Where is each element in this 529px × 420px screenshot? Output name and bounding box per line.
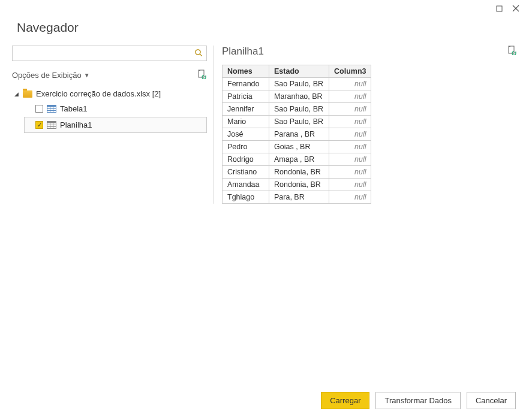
cell: Parana , BR	[269, 128, 329, 141]
cell: Maranhao, BR	[269, 90, 329, 103]
svg-rect-0	[497, 6, 502, 11]
cell: null	[329, 128, 371, 141]
cell: null	[329, 191, 371, 204]
cell: Sao Paulo, BR	[269, 116, 329, 128]
chevron-down-icon: ▼	[84, 72, 90, 78]
display-options-label: Opções de Exibição	[12, 71, 82, 80]
close-button[interactable]	[507, 2, 524, 14]
tree-item-label: Tabela1	[60, 104, 88, 113]
table-row[interactable]: MarioSao Paulo, BRnull	[223, 116, 371, 128]
preview-title: Planilha1	[222, 46, 264, 58]
checkbox-planilha1[interactable]	[35, 121, 43, 129]
table-row[interactable]: TghiagoPara, BRnull	[223, 191, 371, 204]
table-row[interactable]: PedroGoias , BRnull	[223, 141, 371, 153]
cell: Sao Paulo, BR	[269, 78, 329, 90]
svg-rect-5	[199, 70, 204, 77]
table-row[interactable]: JenniferSao Paulo, BRnull	[223, 103, 371, 116]
cell: null	[329, 166, 371, 179]
cell: Rondonia, BR	[269, 179, 329, 191]
cell: Rondonia, BR	[269, 166, 329, 179]
checkbox-tabela1[interactable]	[35, 105, 43, 113]
svg-line-4	[200, 54, 202, 56]
cell: null	[329, 141, 371, 153]
preview-table: Nomes Estado Column3 FernandoSao Paulo, …	[222, 65, 371, 204]
svg-rect-18	[509, 46, 514, 53]
cell: null	[329, 103, 371, 116]
svg-point-3	[196, 49, 200, 54]
cell: Sao Paulo, BR	[269, 103, 329, 116]
display-options-dropdown[interactable]: Opções de Exibição ▼	[12, 71, 90, 80]
table-row[interactable]: JoséParana , BRnull	[223, 128, 371, 141]
cell: Jennifer	[223, 103, 269, 116]
dialog-title: Navegador	[0, 17, 529, 46]
table-row[interactable]: FernandoSao Paulo, BRnull	[223, 78, 371, 90]
refresh-tree-button[interactable]	[197, 70, 207, 81]
cell: null	[329, 179, 371, 191]
refresh-preview-button[interactable]	[507, 46, 517, 57]
cell: Cristiano	[223, 166, 269, 179]
table-row[interactable]: PatriciaMaranhao, BRnull	[223, 90, 371, 103]
table-row[interactable]: RodrigoAmapa , BRnull	[223, 153, 371, 166]
load-button[interactable]: Carregar	[321, 392, 369, 409]
cell: null	[329, 78, 371, 90]
close-icon	[512, 5, 519, 12]
expand-collapse-icon[interactable]: ◢	[13, 91, 19, 97]
tree-item-label: Planilha1	[60, 120, 92, 129]
tree-item-tabela1[interactable]: Tabela1	[24, 101, 207, 117]
cell: null	[329, 153, 371, 166]
svg-rect-7	[47, 105, 56, 107]
cell: Amandaa	[223, 179, 269, 191]
folder-icon	[23, 90, 32, 98]
cell: Rodrigo	[223, 153, 269, 166]
search-field-wrap	[12, 46, 207, 61]
cell: null	[329, 116, 371, 128]
column-header[interactable]: Nomes	[223, 65, 269, 78]
column-header[interactable]: Estado	[269, 65, 329, 78]
table-icon	[47, 105, 56, 113]
cell: Mario	[223, 116, 269, 128]
cancel-button[interactable]: Cancelar	[467, 392, 516, 409]
maximize-icon	[496, 5, 503, 12]
transform-data-button[interactable]: Transformar Dados	[375, 392, 461, 409]
cell: Goias , BR	[269, 141, 329, 153]
cell: Fernando	[223, 78, 269, 90]
column-header[interactable]: Column3	[329, 65, 371, 78]
maximize-button[interactable]	[491, 2, 507, 14]
tree-root-file[interactable]: ◢ Exercicio correção de dados.xlsx [2]	[12, 87, 207, 101]
tree-item-planilha1[interactable]: Planilha1	[24, 117, 207, 133]
tree-root-label: Exercicio correção de dados.xlsx [2]	[36, 89, 161, 98]
cell: Pedro	[223, 141, 269, 153]
cell: Tghiago	[223, 191, 269, 204]
search-input[interactable]	[13, 46, 206, 61]
svg-rect-13	[47, 122, 56, 123]
cell: null	[329, 90, 371, 103]
table-icon	[47, 121, 56, 129]
table-row[interactable]: CristianoRondonia, BRnull	[223, 166, 371, 179]
cell: Patricia	[223, 90, 269, 103]
cell: José	[223, 128, 269, 141]
search-icon[interactable]	[194, 49, 203, 59]
cell: Amapa , BR	[269, 153, 329, 166]
cell: Para, BR	[269, 191, 329, 204]
table-row[interactable]: AmandaaRondonia, BRnull	[223, 179, 371, 191]
